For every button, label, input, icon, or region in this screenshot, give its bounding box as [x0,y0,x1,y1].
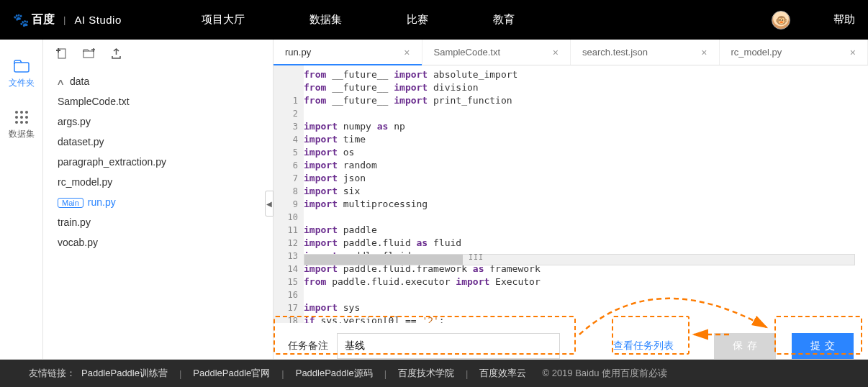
editor-tabs: run.py× SampleCode.txt× search.test.json… [273,40,868,65]
nav-projects[interactable]: 项目大厅 [202,13,245,27]
svg-point-8 [20,121,23,124]
tab-label: run.py [285,47,311,58]
horizontal-scrollbar[interactable]: III [304,254,855,265]
svg-point-9 [25,121,28,124]
footer-link[interactable]: PaddlePaddle源码 [296,367,373,380]
nav-datasets[interactable]: 数据集 [309,13,342,27]
tree-file[interactable]: dataset.py [43,132,273,152]
collapse-handle[interactable]: ◀ [265,191,273,217]
header-right: 🐵 帮助 [772,11,855,29]
top-header: 🐾百度 | AI Studio 项目大厅 数据集 比赛 教育 🐵 帮助 [0,0,868,40]
submit-button[interactable]: 提交 [792,333,854,359]
tree-file[interactable]: vocab.py [43,232,273,252]
rail-datasets[interactable]: 数据集 [0,109,42,140]
code-area[interactable]: 123456789101112131415161718192021222324 … [273,65,868,323]
tab-run-py[interactable]: run.py× [273,40,422,65]
footer-link[interactable]: PaddlePaddle训练营 [81,367,168,380]
grid-icon [14,109,30,124]
tree-file[interactable]: SampleCode.txt [43,91,273,111]
footer-link[interactable]: 百度技术学院 [398,367,454,380]
task-remark-label: 任务备注 [288,340,328,352]
logo-area: 🐾百度 | AI Studio [13,12,122,28]
footer: 友情链接： PaddlePaddle训练营| PaddlePaddle官网| P… [0,360,868,387]
svg-point-5 [20,116,23,119]
editor: run.py× SampleCode.txt× search.test.json… [273,40,868,359]
logo-text: 百度 [32,12,55,27]
tab-search-json[interactable]: search.test.json× [571,40,720,65]
tab-label: search.test.json [582,47,648,58]
svg-point-4 [15,116,18,119]
studio-label: AI Studio [74,14,121,26]
tree-file[interactable]: train.py [43,212,273,232]
view-task-list-link[interactable]: 查看任务列表 [613,340,674,352]
left-rail: 文件夹 数据集 [0,40,43,359]
body: 文件夹 数据集 data SampleCode.txt args.py data… [0,40,868,360]
new-folder-icon[interactable] [83,48,95,61]
svg-rect-13 [83,51,94,58]
tab-label: rc_model.py [731,47,782,58]
main-tag: Main [58,198,83,208]
new-file-icon[interactable] [56,48,67,61]
tab-rc-model[interactable]: rc_model.py× [720,40,869,65]
line-gutter: 123456789101112131415161718192021222324 [273,65,304,323]
svg-rect-0 [14,63,29,72]
tree-active-name: run.py [88,196,116,208]
task-remark-input[interactable] [337,333,560,359]
svg-point-1 [15,111,18,114]
svg-point-6 [25,116,28,119]
logo-divider: | [63,14,65,25]
close-icon[interactable]: × [701,47,707,58]
avatar[interactable]: 🐵 [772,11,790,29]
baidu-logo: 🐾百度 [13,12,55,28]
svg-point-2 [20,111,23,114]
svg-point-3 [25,111,28,114]
footer-label: 友情链接： [29,367,76,380]
tree-file[interactable]: paragraph_extraction.py [43,152,273,172]
rail-files[interactable]: 文件夹 [0,60,42,89]
footer-link[interactable]: 百度效率云 [479,367,526,380]
close-icon[interactable]: × [553,47,559,58]
footer-copyright: © 2019 Baidu 使用百度前必读 [542,367,667,380]
tree-file[interactable]: args.py [43,111,273,132]
tab-label: SampleCode.txt [434,47,501,58]
folder-icon [14,60,30,73]
bottom-bar: 任务备注 查看任务列表 保存 提交 [273,323,868,359]
rail-files-label: 文件夹 [9,78,35,88]
tab-samplecode[interactable]: SampleCode.txt× [422,40,571,65]
tree-file[interactable]: rc_model.py [43,172,273,192]
save-button[interactable]: 保存 [714,333,776,359]
paw-icon: 🐾 [13,12,29,28]
tree-toolbar [43,48,273,61]
help-link[interactable]: 帮助 [833,13,855,27]
nav-competition[interactable]: 比赛 [407,13,428,27]
code-lines: from __future__ import absolute_import f… [304,68,868,323]
tree-file-active[interactable]: Mainrun.py [43,192,273,212]
file-tree: data SampleCode.txt args.py dataset.py p… [43,40,273,359]
close-icon[interactable]: × [404,47,410,58]
rail-datasets-label: 数据集 [9,129,35,139]
svg-point-7 [15,121,18,124]
footer-link[interactable]: PaddlePaddle官网 [193,367,270,380]
tree-folder-data[interactable]: data [43,71,273,91]
top-nav: 项目大厅 数据集 比赛 教育 [202,13,515,27]
scrollbar-tick: III [469,253,484,261]
close-icon[interactable]: × [850,47,856,58]
upload-icon[interactable] [111,48,122,61]
nav-education[interactable]: 教育 [493,13,515,27]
scrollbar-thumb[interactable] [304,255,463,265]
